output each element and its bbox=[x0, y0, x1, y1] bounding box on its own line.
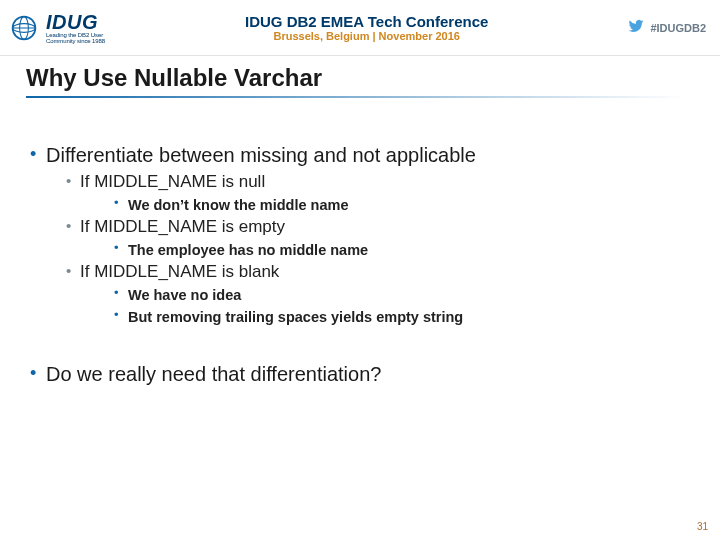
title-bar: Why Use Nullable Varchar bbox=[0, 56, 720, 94]
hashtag: #IDUGDB2 bbox=[650, 22, 706, 34]
bullet-text: We have no idea bbox=[128, 287, 241, 303]
slide-title: Why Use Nullable Varchar bbox=[26, 64, 322, 91]
conference-subtitle: Brussels, Belgium | November 2016 bbox=[105, 30, 628, 42]
bullet-l3: We have no idea bbox=[80, 284, 694, 305]
logo-sub2: Community since 1988 bbox=[46, 38, 105, 44]
bullet-text: If MIDDLE_NAME is null bbox=[80, 172, 265, 191]
bullet-text: The employee has no middle name bbox=[128, 242, 368, 258]
idug-logo: IDUG Leading the DB2 User Community sinc… bbox=[10, 12, 105, 44]
bullet-text: We don’t know the middle name bbox=[128, 197, 348, 213]
bullet-l2: If MIDDLE_NAME is blank We have no idea … bbox=[46, 261, 694, 327]
bullet-l2: If MIDDLE_NAME is null We don’t know the… bbox=[46, 171, 694, 215]
slide-header: IDUG Leading the DB2 User Community sinc… bbox=[0, 0, 720, 56]
bullet-l1: Do we really need that differentiation? bbox=[26, 363, 694, 386]
twitter-icon bbox=[628, 18, 644, 38]
logo-text: IDUG bbox=[46, 12, 105, 32]
bullet-l2: If MIDDLE_NAME is empty The employee has… bbox=[46, 216, 694, 260]
bullet-text: If MIDDLE_NAME is empty bbox=[80, 217, 285, 236]
page-number: 31 bbox=[697, 521, 708, 532]
bullet-l3: We don’t know the middle name bbox=[80, 194, 694, 215]
globe-icon bbox=[10, 14, 38, 42]
conference-title: IDUG DB2 EMEA Tech Conference bbox=[105, 13, 628, 30]
header-center: IDUG DB2 EMEA Tech Conference Brussels, … bbox=[105, 13, 628, 42]
bullet-l3: But removing trailing spaces yields empt… bbox=[80, 306, 694, 327]
slide-content: Differentiate between missing and not ap… bbox=[0, 98, 720, 386]
bullet-l3: The employee has no middle name bbox=[80, 239, 694, 260]
bullet-text: Do we really need that differentiation? bbox=[46, 363, 381, 385]
bullet-text: But removing trailing spaces yields empt… bbox=[128, 309, 463, 325]
bullet-text: If MIDDLE_NAME is blank bbox=[80, 262, 279, 281]
header-right: #IDUGDB2 bbox=[628, 18, 706, 38]
bullet-text: Differentiate between missing and not ap… bbox=[46, 144, 476, 166]
bullet-l1: Differentiate between missing and not ap… bbox=[26, 144, 694, 327]
